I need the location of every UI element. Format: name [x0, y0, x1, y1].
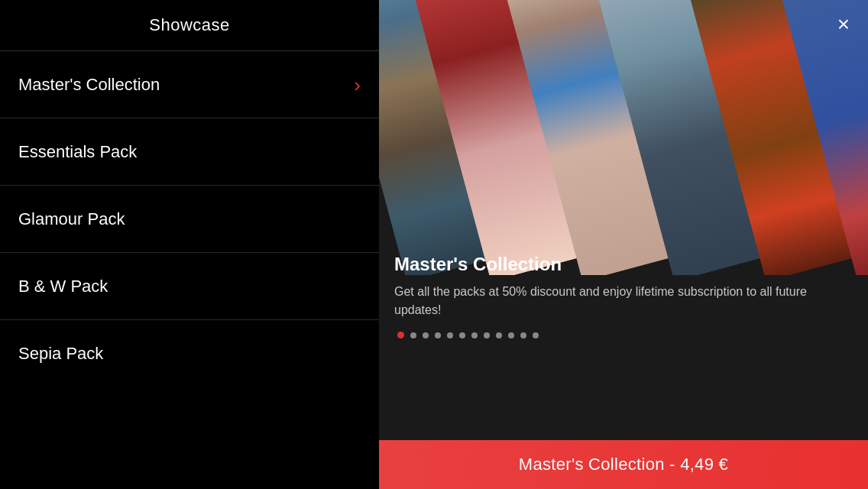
collection-title: Master's Collection [394, 254, 853, 275]
menu-item-bw-label: B & W Pack [18, 277, 108, 296]
left-panel: Showcase Master's Collection › Essential… [0, 0, 379, 489]
dot-4[interactable] [447, 332, 453, 338]
buy-button-label: Master's Collection - 4,49 € [519, 455, 728, 474]
right-panel: Master's Collection Get all the packs at… [379, 0, 868, 489]
dot-0[interactable] [397, 332, 404, 338]
menu-item-essentials-label: Essentials Pack [18, 142, 137, 162]
menu-item-essentials[interactable]: Essentials Pack [0, 118, 379, 186]
app-title: Showcase [149, 15, 230, 35]
menu-item-sepia[interactable]: Sepia Pack [0, 320, 379, 387]
collection-description: Get all the packs at 50% discount and en… [394, 283, 853, 319]
dot-10[interactable] [520, 332, 526, 338]
menu-item-masters[interactable]: Master's Collection › [0, 51, 379, 118]
dot-7[interactable] [484, 332, 490, 338]
close-icon: × [837, 14, 850, 35]
left-header: Showcase [0, 0, 379, 51]
dot-8[interactable] [496, 332, 502, 338]
content-area: Master's Collection Get all the packs at… [379, 244, 868, 338]
dot-2[interactable] [423, 332, 429, 338]
buy-button[interactable]: Master's Collection - 4,49 € [379, 440, 868, 489]
chevron-right-icon: › [354, 75, 361, 95]
dot-1[interactable] [410, 332, 416, 338]
dot-3[interactable] [435, 332, 441, 338]
dot-11[interactable] [533, 332, 539, 338]
page-dots [394, 332, 853, 338]
dot-9[interactable] [508, 332, 514, 338]
menu-item-bw[interactable]: B & W Pack [0, 253, 379, 320]
menu-item-glamour-label: Glamour Pack [18, 209, 125, 229]
menu-item-masters-label: Master's Collection [18, 75, 160, 95]
close-button[interactable]: × [827, 8, 860, 41]
image-strips [379, 0, 868, 275]
dot-6[interactable] [471, 332, 478, 338]
menu-item-sepia-label: Sepia Pack [18, 344, 103, 364]
menu-item-glamour[interactable]: Glamour Pack [0, 186, 379, 253]
dot-5[interactable] [459, 332, 465, 338]
